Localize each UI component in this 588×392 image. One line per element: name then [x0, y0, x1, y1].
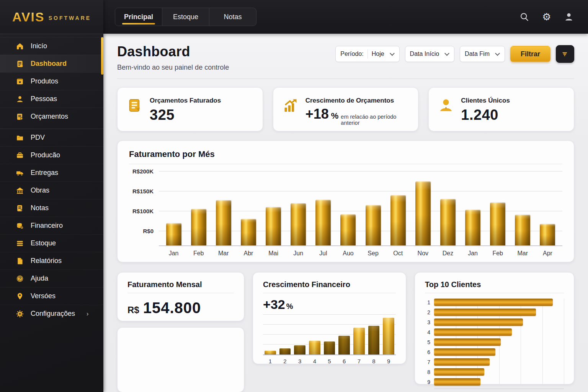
sidebar-item-configuracoes[interactable]: Configurações › [0, 305, 103, 322]
client-bar [434, 378, 480, 385]
month-bar [315, 200, 331, 245]
client-bar [434, 338, 501, 346]
month-label: Feb [492, 250, 503, 257]
client-rank: 2 [425, 309, 430, 315]
monthly-revenue-chart-card: Faturamento por Més R$200KR$150KR$100KR$… [117, 140, 574, 262]
stat-card-crescimento-orcamentos: Crescimento de Orçamentos +18 % em relac… [273, 87, 419, 131]
chevron-down-icon [444, 51, 449, 56]
filter-button[interactable]: Filtrar [510, 46, 550, 62]
sidebar-item-label: Orçamentos [31, 113, 68, 121]
month-bar-column: Sep [361, 171, 385, 245]
sidebar-item-label: Configurações [31, 310, 75, 318]
growth-plot: 123456789 [263, 314, 396, 355]
tab-notas[interactable]: Notas [209, 8, 256, 26]
month-bar [291, 203, 306, 245]
sidebar-item-ajuda[interactable]: ? Ajuda [0, 270, 103, 287]
tab-principal[interactable]: Principal [115, 8, 162, 26]
client-bar-track [434, 368, 564, 376]
sidebar-item-notas[interactable]: Notas [0, 199, 103, 217]
sidebar-item-produtos[interactable]: Produtos [0, 72, 103, 90]
sidebar-item-financeiro[interactable]: Financeiro [0, 217, 103, 234]
client-rank: 3 [425, 319, 430, 325]
growth-bar-label: 6 [343, 358, 346, 364]
monthly-chart-ylabels: R$200KR$150KR$100KR$0 [129, 171, 159, 245]
date-start-select[interactable]: Data Início [405, 46, 454, 62]
growth-bar [324, 341, 335, 354]
active-item-indicator [101, 37, 103, 75]
client-bar [434, 299, 553, 306]
month-label: Jun [293, 250, 303, 257]
client-bar-track [434, 318, 564, 326]
month-bar [191, 209, 206, 245]
sidebar-item-entregas[interactable]: Entregas [0, 164, 103, 181]
month-bar [465, 210, 480, 245]
month-bar-column: Nov [410, 171, 435, 245]
period-select[interactable]: Período: Hoje [335, 46, 399, 62]
brand-name: AVIS [12, 10, 45, 24]
month-bar [440, 199, 456, 245]
gear-icon[interactable]: ⚙ [541, 11, 552, 22]
sidebar-item-label: Ajuda [31, 274, 48, 283]
notes-doc-icon [15, 204, 24, 213]
month-label: Nov [418, 250, 428, 257]
date-end-select[interactable]: Data Fim [460, 46, 505, 62]
growth-bar [338, 336, 350, 354]
client-row: 8 [425, 368, 564, 376]
sidebar: AVIS SOFTWARE Inicío Dashboard Produtos … [0, 0, 103, 392]
card-title: Crescimento Financeiro [263, 280, 396, 293]
cart-filter-button[interactable] [556, 45, 574, 63]
month-bar-column: Jun [286, 171, 311, 245]
growth-bar-column: 3 [294, 345, 305, 354]
chevron-down-icon [390, 51, 395, 56]
month-bar-column: Jul [311, 171, 336, 245]
sidebar-item-obras[interactable]: Obras [0, 181, 103, 199]
stat-card-orcamentos-faturados: Orçamentos Faturados 325 [117, 87, 263, 131]
growth-value: +32 [263, 297, 285, 312]
growth-bar [383, 318, 394, 354]
client-bar-track [434, 348, 564, 356]
sidebar-item-estoque[interactable]: Estoque [0, 234, 103, 252]
user-icon[interactable] [564, 11, 574, 22]
sidebar-item-dashboard[interactable]: Dashboard [0, 55, 103, 72]
sidebar-item-pdv[interactable]: PDV [0, 129, 103, 146]
growth-bar [309, 341, 320, 354]
growth-bar-column: 8 [368, 326, 380, 354]
sidebar-item-pessoas[interactable]: Pessoas [0, 90, 103, 108]
sidebar-item-versoes[interactable]: Versóes [0, 287, 103, 305]
search-icon[interactable] [519, 11, 530, 22]
client-row: 4 [425, 328, 564, 336]
sidebar-item-producao[interactable]: Producão [0, 146, 103, 164]
page-title: Dashboard [117, 44, 229, 60]
sidebar-item-label: PDV [31, 134, 45, 142]
month-bar [241, 219, 256, 245]
topbar: Principal Estoque Notas ⚙ [103, 0, 588, 34]
month-label: Apr [543, 250, 552, 257]
client-bar-track [434, 299, 564, 306]
tab-label: Principal [124, 13, 153, 21]
client-bar [434, 348, 495, 356]
sidebar-item-label: Entregas [31, 169, 58, 177]
growth-bar-column: 1 [265, 351, 276, 354]
growth-bar-column: 6 [338, 336, 350, 354]
sidebar-nav: Inicío Dashboard Produtos Pessoas Orçame… [0, 34, 103, 392]
sidebar-item-inicio[interactable]: Inicío [0, 37, 103, 55]
month-bar [166, 223, 181, 245]
month-label: Abr [243, 250, 253, 257]
tab-estoque[interactable]: Estoque [162, 8, 209, 26]
crescimento-financeiro-card: Crescimento Financeiro +32 % 123456789 [253, 272, 406, 364]
chart-title: Faturamento por Més [129, 149, 562, 164]
growth-arrow-icon [283, 98, 299, 114]
stat-label: Orçamentos Faturados [150, 97, 221, 105]
client-bar [434, 358, 490, 366]
sidebar-item-orcamentos[interactable]: Orçamentos [0, 108, 103, 125]
growth-bar [279, 348, 291, 354]
sidebar-item-relatorios[interactable]: Relatórios [0, 252, 103, 270]
growth-unit: % [286, 302, 293, 311]
growth-bar-label: 2 [283, 358, 286, 364]
growth-bar-column: 4 [309, 341, 320, 354]
month-bar-column: Dez [435, 171, 460, 245]
client-row: 6 [425, 348, 564, 356]
invoice-doc-icon [127, 98, 143, 114]
monthly-plot: JanFebMarAbrMaiJunJulAuoSepOctNovDezJanF… [159, 171, 562, 246]
brand-logo: AVIS SOFTWARE [0, 0, 103, 34]
